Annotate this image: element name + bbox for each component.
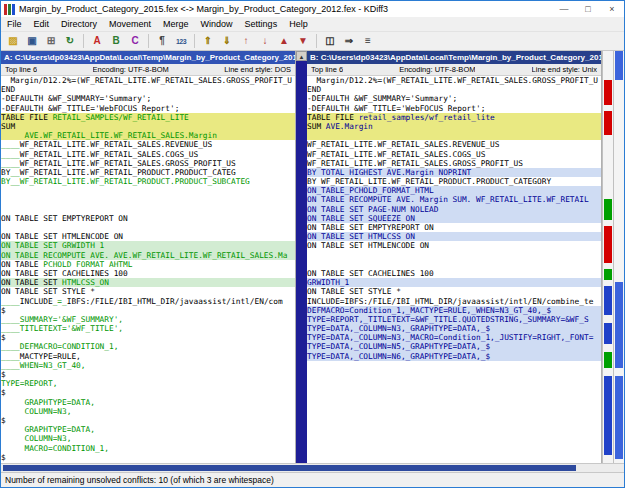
code-line[interactable] <box>1 223 295 232</box>
code-b[interactable]: Margin/D12.2%=(WF_RETAIL_LITE.WF_RETAIL_… <box>307 76 601 463</box>
merge-current-section-icon[interactable]: ◫ <box>321 33 339 50</box>
code-line[interactable]: TYPE=DATA,_COLUMN=N6,_GRAPHTYPE=DATA,_$ <box>307 352 601 361</box>
code-line[interactable]: ____DEFMACRO=CONDITION_1, <box>1 342 295 351</box>
menu-help[interactable]: Help <box>283 18 314 30</box>
code-line[interactable]: ____WF_RETAIL_LITE.WF_RETAIL_SALES.GROSS… <box>1 159 295 168</box>
code-line[interactable]: BY__WF_RETAIL_LITE.WF_RETAIL_PRODUCT.PRO… <box>1 177 295 186</box>
code-line[interactable]: $ <box>1 453 295 462</box>
code-line[interactable] <box>307 370 601 379</box>
code-line[interactable] <box>1 186 295 195</box>
overview-scroll[interactable] <box>613 51 624 463</box>
code-line[interactable] <box>307 379 601 388</box>
show-whitespace-icon[interactable]: ¶ <box>153 33 171 50</box>
code-line[interactable]: ____SUMMARY='&WF_SUMMARY', <box>1 315 295 324</box>
select-c-icon[interactable]: C <box>126 33 144 50</box>
code-line[interactable] <box>307 444 601 453</box>
code-line[interactable]: Margin/D12.2%=(WF_RETAIL_LITE.WF_RETAIL_… <box>307 76 601 85</box>
code-line[interactable] <box>307 416 601 425</box>
pane-a-header[interactable]: A: C:\Users\dp03423\AppData\Local\Temp\M… <box>1 51 295 64</box>
code-line[interactable]: AVE.WF_RETAIL_LITE.WF_RETAIL_SALES.Margi… <box>1 131 295 140</box>
code-a[interactable]: Margin/D12.2%=(WF_RETAIL_LITE.WF_RETAIL_… <box>1 76 295 463</box>
code-line[interactable]: GRWIDTH_1 <box>307 278 601 287</box>
code-line[interactable]: ON TABLE SET HTMLENCODE ON <box>1 232 295 241</box>
code-line[interactable]: TYPE=DATA,_COLUMN=N5,_GRAPHTYPE=DATA,_$ <box>307 342 601 351</box>
code-line[interactable]: $ <box>1 388 295 397</box>
select-b-icon[interactable]: B <box>107 33 125 50</box>
code-line[interactable] <box>307 260 601 269</box>
menu-file[interactable]: File <box>1 18 28 30</box>
code-line[interactable]: BY WF_RETAIL_LITE.WF_RETAIL_PRODUCT.PROD… <box>307 177 601 186</box>
menu-window[interactable]: Window <box>195 18 239 30</box>
prev-delta-icon[interactable]: ⇑ <box>199 33 217 50</box>
code-line[interactable]: GRAPHTYPE=DATA, <box>1 425 295 434</box>
code-line[interactable]: ____WF_RETAIL_LITE.WF_RETAIL_SALES.REVEN… <box>1 140 295 149</box>
code-line[interactable]: SUM <box>1 122 295 131</box>
settings-toolbar-icon[interactable]: ≡ <box>359 33 377 50</box>
maximize-button[interactable]: □ <box>576 1 600 17</box>
pane-b-header[interactable]: B: C:\Users\dp03423\AppData\Local\Temp\M… <box>307 51 601 64</box>
code-line[interactable]: ON_TABLE_PCHOLD_FORMAT_HTML <box>307 186 601 195</box>
code-line[interactable]: ON TABLE SET STYLE * <box>1 287 295 296</box>
code-line[interactable]: ON TABLE SET HTMLCSS ON <box>307 232 601 241</box>
code-line[interactable]: WF_RETAIL_LITE.WF_RETAIL_SALES.REVENUE_U… <box>307 140 601 149</box>
code-line[interactable]: ON TABLE SET SQUEEZE ON <box>307 214 601 223</box>
open-folder-icon[interactable]: ▨ <box>4 33 22 50</box>
code-line[interactable]: ____TITLETEXT='&WF_TITLE', <box>1 324 295 333</box>
code-line[interactable]: -DEFAULTH &WF_SUMMARY='Summary'; <box>307 94 601 103</box>
code-line[interactable]: TYPE=REPORT,_TITLETEXT=&WF_TITLE.QUOTEDS… <box>307 315 601 324</box>
title-bar[interactable]: Margin_by_Product_Category_2015.fex <-> … <box>1 1 624 17</box>
code-line[interactable]: ON TABLE SET EMPTYREPORT ON <box>1 214 295 223</box>
code-line[interactable]: $ <box>1 416 295 425</box>
overview-diff[interactable] <box>602 51 613 463</box>
code-line[interactable] <box>307 131 601 140</box>
horizontal-scrollbar[interactable] <box>1 463 624 472</box>
horizontal-scrollbar-thumb[interactable] <box>3 465 576 471</box>
menu-settings[interactable]: Settings <box>239 18 284 30</box>
close-button[interactable]: × <box>600 1 624 17</box>
code-line[interactable]: TYPE=DATA,_COLUMN=N3,_MACRO=Condition_1,… <box>307 333 601 342</box>
code-line[interactable] <box>1 205 295 214</box>
prev-conflict-icon[interactable]: ↑ <box>237 33 255 50</box>
code-line[interactable]: SUM AVE.Margin <box>307 122 601 131</box>
code-line[interactable]: ON TABLE SET GRWIDTH 1 <box>1 241 295 250</box>
code-line[interactable]: COLUMN=N3, <box>1 407 295 416</box>
code-line[interactable] <box>307 407 601 416</box>
code-line[interactable]: ON TABLE SET HTMLCSS_ON <box>1 278 295 287</box>
code-line[interactable]: ____MACTYPE=RULE, <box>1 352 295 361</box>
code-line[interactable]: Margin/D12.2%=(WF_RETAIL_LITE.WF_RETAIL_… <box>1 76 295 85</box>
code-line[interactable]: ____WHEN=N3_GT_40, <box>1 361 295 370</box>
code-line[interactable]: WF_RETAIL_LITE.WF_RETAIL_SALES.GROSS_PRO… <box>307 159 601 168</box>
auto-advance-icon[interactable]: ⇒ <box>340 33 358 50</box>
code-line[interactable]: ON TABLE SET HTMLENCODE ON <box>307 241 601 250</box>
code-line[interactable]: $ <box>1 333 295 342</box>
code-line[interactable]: COLUMN=N3, <box>1 434 295 443</box>
menu-directory[interactable]: Directory <box>55 18 103 30</box>
code-line[interactable]: ON TABLE PCHOLD FORMAT AHTML <box>1 260 295 269</box>
code-line[interactable] <box>307 251 601 260</box>
code-line[interactable]: ON TABLE SET EMPTYREPORT ON <box>307 223 601 232</box>
code-line[interactable]: -DEFAULTH &WF_TITLE='WebFOCUS Report'; <box>307 104 601 113</box>
code-line[interactable]: ____INCLUDE_=_IBFS:/FILE/IBI_HTML_DIR/ja… <box>1 297 295 306</box>
prev-unsolved-conflict-icon[interactable]: ▲ <box>275 33 293 50</box>
code-line[interactable]: TYPE=REPORT, <box>1 379 295 388</box>
code-line[interactable]: ON TABLE SET CACHELINES 100 <box>307 269 601 278</box>
code-line[interactable]: WF_RETAIL_LITE.WF_RETAIL_SALES.COGS_US <box>307 150 601 159</box>
code-line[interactable]: ON TABLE SET CACHELINES 100 <box>1 269 295 278</box>
code-line[interactable]: END <box>307 85 601 94</box>
code-line[interactable] <box>307 361 601 370</box>
code-line[interactable]: ON TABLE RECOMPUTE AVE. Margin SUM. WF_R… <box>307 195 601 204</box>
print-icon[interactable]: ⊞ <box>42 33 60 50</box>
code-line[interactable]: BY TOTAL HIGHEST AVE.Margin NOPRINT <box>307 168 601 177</box>
menu-edit[interactable]: Edit <box>28 18 56 30</box>
code-line[interactable]: INCLUDE=IBFS:/FILE/IBI_HTML_DIR/javaassi… <box>307 297 601 306</box>
code-line[interactable]: TABLE FILE RETAIL_SAMPLES/WF_RETAIL_LITE <box>1 113 295 122</box>
code-line[interactable]: ON TABLE SET STYLE * <box>307 287 601 296</box>
code-line[interactable] <box>307 398 601 407</box>
code-line[interactable]: $ <box>1 370 295 379</box>
code-line[interactable]: ON TABLE RECOMPUTE AVE. AVE.WF_RETAIL_LI… <box>1 251 295 260</box>
code-line[interactable]: BY__WF_RETAIL_LITE.WF_RETAIL_PRODUCT.PRO… <box>1 168 295 177</box>
next-unsolved-conflict-icon[interactable]: ▼ <box>294 33 312 50</box>
code-line[interactable]: -DEFAULTH &WF_SUMMARY='Summary'; <box>1 94 295 103</box>
minimize-button[interactable]: — <box>552 1 576 17</box>
next-conflict-icon[interactable]: ↓ <box>256 33 274 50</box>
